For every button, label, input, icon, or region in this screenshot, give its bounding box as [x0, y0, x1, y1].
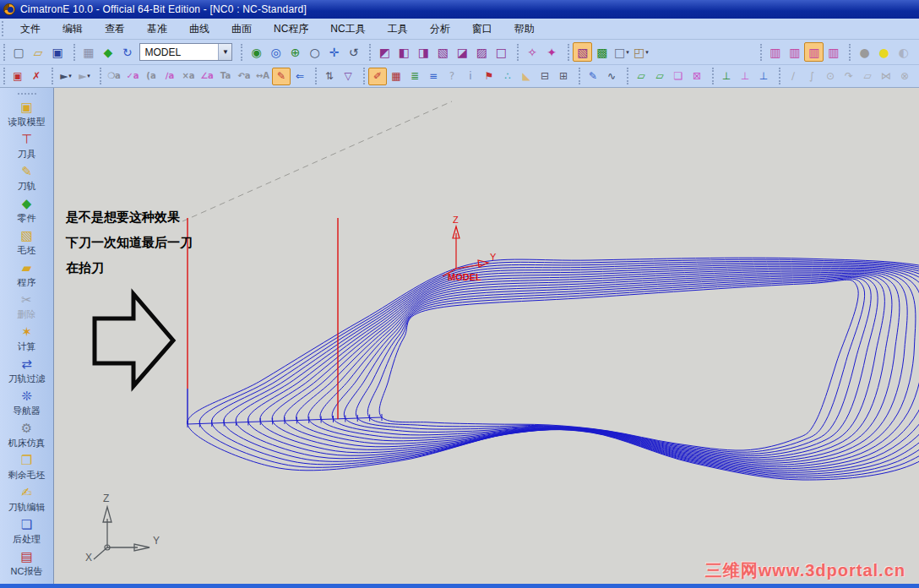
sidebar-item-calculate[interactable]: ✶计算: [1, 323, 53, 355]
menu-item-tools[interactable]: 工具: [377, 19, 419, 39]
selection-filter-button[interactable]: ▽: [339, 68, 357, 85]
sidebar-item-remaining-stock[interactable]: ❐剩余毛坯: [1, 451, 53, 483]
selector-alt-dropdown-icon[interactable]: ▾: [87, 73, 90, 79]
view-bottom-button[interactable]: □: [492, 42, 511, 62]
light-pick-button[interactable]: ◐: [894, 42, 913, 62]
regenerate-button[interactable]: ↻: [117, 42, 137, 62]
open-file-button[interactable]: ▱: [29, 42, 48, 62]
attr-text-button[interactable]: Ta: [216, 68, 235, 85]
menu-item-curve[interactable]: 曲线: [178, 19, 220, 39]
toolbar-grip[interactable]: [779, 68, 780, 84]
menu-item-window[interactable]: 窗口: [461, 19, 503, 39]
zoom-window-button[interactable]: ◉: [247, 42, 266, 62]
view-isometric-button[interactable]: ◩: [375, 42, 394, 62]
attr-arc-button[interactable]: (a: [142, 68, 160, 85]
toolbar-grip[interactable]: [315, 68, 317, 84]
reroute-button[interactable]: ⇅: [320, 68, 339, 85]
attr-undo-button[interactable]: ↶a: [235, 68, 253, 85]
surface-extend-button[interactable]: ▱: [650, 68, 669, 85]
display-wireframe-button[interactable]: □▾: [612, 42, 631, 62]
toolbar-grip[interactable]: [712, 68, 714, 84]
attr-line-button[interactable]: ∕a: [160, 68, 179, 85]
menu-item-nc-tools[interactable]: NC工具: [319, 19, 376, 39]
display-wireframe-dropdown-icon[interactable]: ▾: [626, 49, 629, 56]
toolbar-grip[interactable]: [3, 68, 5, 84]
calculator-button[interactable]: ▦: [387, 68, 405, 85]
sidebar-item-cutter[interactable]: ⊤刀具: [1, 130, 53, 162]
attr-edit-button[interactable]: ✎: [272, 68, 291, 85]
pick-face-mode-dropdown-icon[interactable]: ▾: [645, 49, 649, 56]
sidebar-item-machine-sim[interactable]: ⚙机床仿真: [1, 419, 53, 451]
tree-expand-button[interactable]: ⊞: [554, 68, 573, 85]
toolbar-grip[interactable]: [849, 44, 851, 61]
menu-item-datum[interactable]: 基准: [136, 19, 178, 39]
context-help-button[interactable]: ?: [443, 68, 461, 85]
sidebar-item-read-model[interactable]: ▣读取模型: [1, 98, 53, 130]
attr-copy-button[interactable]: ❍a: [105, 68, 123, 85]
viewport-canvas[interactable]: ZYMODELZYX 是不是想要这种效果 下刀一次知道最后一刀 在抬刀 三维网w…: [54, 88, 919, 584]
toolbar-grip[interactable]: [3, 44, 6, 61]
view-front-button[interactable]: ◨: [414, 42, 433, 62]
light-direction-button[interactable]: ✧: [523, 42, 542, 62]
tool-holder-front-button[interactable]: ▥: [765, 42, 785, 62]
light-on-button[interactable]: ●: [874, 42, 894, 62]
display-list-button[interactable]: ⇐: [291, 68, 309, 85]
surface-offset-button[interactable]: ▱: [632, 68, 650, 85]
sidebar-item-post-process[interactable]: ❏后处理: [1, 515, 53, 547]
pin-note-button[interactable]: ⚑: [480, 68, 498, 85]
pick-tool-button[interactable]: ✐: [368, 68, 387, 85]
menu-item-help[interactable]: 帮助: [503, 19, 546, 39]
menu-item-view[interactable]: 查看: [94, 19, 136, 39]
pick-face-mode-button[interactable]: ◰▾: [631, 42, 650, 62]
light-off-button[interactable]: ●: [855, 42, 874, 62]
shaded-display-button[interactable]: ◆: [98, 42, 117, 62]
display-shaded-button[interactable]: ▧: [573, 42, 592, 62]
zoom-fit-button[interactable]: ○: [305, 42, 324, 62]
toolbar-grip[interactable]: [241, 44, 243, 61]
sheet-flip-button[interactable]: ❏: [669, 68, 688, 85]
csys-temp-button[interactable]: ⊥: [754, 68, 773, 85]
toolbar-grip[interactable]: [363, 68, 365, 84]
pick-frame-button[interactable]: ▣: [8, 68, 27, 85]
report-bars-button[interactable]: ≡: [424, 68, 443, 85]
cancel-selection-button[interactable]: ✗: [27, 68, 46, 85]
menubar-grip[interactable]: [2, 21, 6, 36]
menu-item-file[interactable]: 文件: [9, 19, 52, 39]
view-top-button[interactable]: ◧: [394, 42, 414, 62]
parameter-list-button[interactable]: ≣: [405, 68, 424, 85]
selector-add-dropdown-icon[interactable]: ▾: [68, 73, 72, 79]
attr-width-button[interactable]: ↔A: [253, 68, 272, 85]
attr-delete-button[interactable]: ×a: [179, 68, 198, 85]
node-links-button[interactable]: ∴: [498, 68, 517, 85]
sidebar-item-procedure[interactable]: ▰程序: [1, 259, 53, 291]
sidebar-item-stock[interactable]: ▧毛坯: [1, 226, 53, 259]
toolbar-grip[interactable]: [760, 44, 763, 61]
toolbar-grip[interactable]: [579, 68, 580, 84]
tool-holder-section-button[interactable]: ▥: [785, 42, 804, 62]
sidebar-grip[interactable]: [18, 93, 36, 95]
view-back-button[interactable]: ▧: [433, 42, 453, 62]
verify-sketch-button[interactable]: ✎: [584, 68, 602, 85]
toolbar-grip[interactable]: [627, 68, 628, 84]
toolbar-grip[interactable]: [369, 44, 372, 61]
toolbar-grip[interactable]: [568, 44, 570, 61]
zoom-in-button[interactable]: ⊕: [285, 42, 305, 62]
tool-holder-edge-button[interactable]: ▥: [824, 42, 843, 62]
csys-main-button[interactable]: ⊥: [717, 68, 736, 85]
view-right-button[interactable]: ▨: [472, 42, 492, 62]
display-textured-button[interactable]: ▩: [592, 42, 612, 62]
sidebar-item-part[interactable]: ◆零件: [1, 194, 53, 226]
zoom-dynamic-button[interactable]: ◎: [266, 42, 285, 62]
sidebar-item-toolpath-edit[interactable]: ✍刀轨编辑: [1, 483, 53, 515]
model-combo[interactable]: MODEL▼: [139, 43, 232, 61]
solid-wedge-button[interactable]: ◣: [517, 68, 536, 85]
menu-item-nc-program[interactable]: NC程序: [263, 19, 319, 39]
toolbar-grip[interactable]: [517, 44, 519, 61]
selector-alt-button[interactable]: ►▾: [75, 68, 94, 85]
sidebar-item-toolpath-filter[interactable]: ⇄刀轨过滤: [1, 355, 53, 387]
model-tree-button[interactable]: ▦: [79, 42, 98, 62]
new-file-button[interactable]: ▢: [9, 42, 29, 62]
attr-angle-button[interactable]: ∠a: [198, 68, 216, 85]
mesh-uv-button[interactable]: ⊠: [688, 68, 706, 85]
save-file-button[interactable]: ▣: [48, 42, 68, 62]
